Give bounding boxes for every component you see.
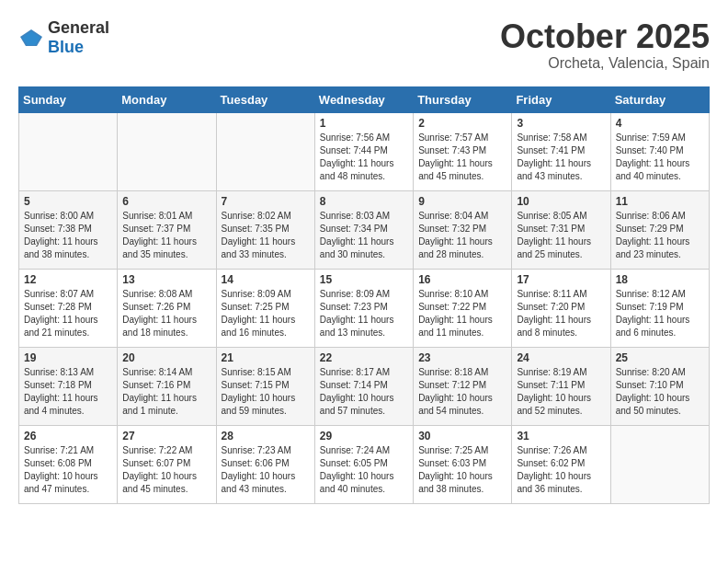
page-header: General Blue October 2025 Orcheta, Valen…: [18, 18, 710, 72]
day-info: Sunrise: 7:24 AM Sunset: 6:05 PM Dayligh…: [320, 444, 408, 496]
calendar-cell: 4Sunrise: 7:59 AM Sunset: 7:40 PM Daylig…: [610, 112, 709, 190]
day-number: 2: [418, 117, 506, 130]
day-info: Sunrise: 8:12 AM Sunset: 7:19 PM Dayligh…: [616, 288, 704, 339]
day-info: Sunrise: 8:01 AM Sunset: 7:37 PM Dayligh…: [122, 210, 210, 261]
day-info: Sunrise: 8:03 AM Sunset: 7:34 PM Dayligh…: [320, 210, 408, 261]
logo-general: General: [48, 18, 109, 37]
calendar-table: SundayMondayTuesdayWednesdayThursdayFrid…: [18, 86, 710, 504]
day-number: 12: [24, 273, 112, 286]
days-of-week-row: SundayMondayTuesdayWednesdayThursdayFrid…: [19, 86, 710, 112]
calendar-week-2: 5Sunrise: 8:00 AM Sunset: 7:38 PM Daylig…: [19, 190, 710, 269]
calendar-cell: 8Sunrise: 8:03 AM Sunset: 7:34 PM Daylig…: [314, 190, 413, 269]
day-info: Sunrise: 8:07 AM Sunset: 7:28 PM Dayligh…: [24, 288, 112, 339]
location: Orcheta, Valencia, Spain: [500, 55, 710, 72]
calendar-cell: 28Sunrise: 7:23 AM Sunset: 6:06 PM Dayli…: [216, 425, 314, 503]
day-info: Sunrise: 8:09 AM Sunset: 7:23 PM Dayligh…: [320, 288, 408, 339]
calendar-cell: 7Sunrise: 8:02 AM Sunset: 7:35 PM Daylig…: [216, 190, 314, 269]
day-info: Sunrise: 8:04 AM Sunset: 7:32 PM Dayligh…: [418, 210, 506, 261]
day-number: 22: [320, 351, 408, 364]
day-number: 10: [517, 195, 605, 208]
calendar-header: SundayMondayTuesdayWednesdayThursdayFrid…: [19, 86, 710, 112]
calendar-cell: 29Sunrise: 7:24 AM Sunset: 6:05 PM Dayli…: [314, 425, 413, 503]
calendar-cell: 19Sunrise: 8:13 AM Sunset: 7:18 PM Dayli…: [19, 347, 118, 425]
calendar-cell: 10Sunrise: 8:05 AM Sunset: 7:31 PM Dayli…: [512, 190, 610, 269]
calendar-cell: 9Sunrise: 8:04 AM Sunset: 7:32 PM Daylig…: [414, 190, 512, 269]
calendar-cell: 21Sunrise: 8:15 AM Sunset: 7:15 PM Dayli…: [216, 347, 314, 425]
day-info: Sunrise: 7:56 AM Sunset: 7:44 PM Dayligh…: [320, 132, 408, 183]
calendar-cell: 30Sunrise: 7:25 AM Sunset: 6:03 PM Dayli…: [414, 425, 512, 503]
calendar-cell: 1Sunrise: 7:56 AM Sunset: 7:44 PM Daylig…: [314, 112, 413, 190]
calendar-cell: 11Sunrise: 8:06 AM Sunset: 7:29 PM Dayli…: [610, 190, 709, 269]
calendar-week-5: 26Sunrise: 7:21 AM Sunset: 6:08 PM Dayli…: [19, 425, 710, 503]
day-info: Sunrise: 8:14 AM Sunset: 7:16 PM Dayligh…: [122, 366, 210, 418]
logo-text: General Blue: [48, 18, 109, 57]
day-of-week-sunday: Sunday: [19, 86, 118, 112]
day-number: 18: [616, 273, 704, 286]
calendar-cell: 20Sunrise: 8:14 AM Sunset: 7:16 PM Dayli…: [118, 347, 216, 425]
day-info: Sunrise: 8:09 AM Sunset: 7:25 PM Dayligh…: [222, 288, 310, 339]
day-info: Sunrise: 8:18 AM Sunset: 7:12 PM Dayligh…: [418, 366, 506, 418]
day-number: 20: [122, 351, 210, 364]
day-number: 6: [122, 195, 210, 208]
day-info: Sunrise: 8:19 AM Sunset: 7:11 PM Dayligh…: [517, 366, 605, 418]
calendar-cell: 18Sunrise: 8:12 AM Sunset: 7:19 PM Dayli…: [610, 269, 709, 347]
logo: General Blue: [18, 18, 109, 57]
day-number: 26: [24, 430, 112, 442]
day-info: Sunrise: 8:00 AM Sunset: 7:38 PM Dayligh…: [24, 210, 112, 261]
day-info: Sunrise: 8:02 AM Sunset: 7:35 PM Dayligh…: [222, 210, 310, 261]
calendar-cell: 25Sunrise: 8:20 AM Sunset: 7:10 PM Dayli…: [610, 347, 709, 425]
day-info: Sunrise: 8:20 AM Sunset: 7:10 PM Dayligh…: [616, 366, 704, 418]
day-of-week-monday: Monday: [118, 86, 216, 112]
day-info: Sunrise: 8:06 AM Sunset: 7:29 PM Dayligh…: [616, 210, 704, 261]
day-number: 8: [320, 195, 408, 208]
day-info: Sunrise: 7:22 AM Sunset: 6:07 PM Dayligh…: [122, 444, 210, 496]
day-number: 21: [222, 351, 310, 364]
day-number: 28: [222, 430, 310, 442]
day-info: Sunrise: 7:57 AM Sunset: 7:43 PM Dayligh…: [418, 132, 506, 183]
day-info: Sunrise: 7:58 AM Sunset: 7:41 PM Dayligh…: [517, 132, 605, 183]
day-info: Sunrise: 7:25 AM Sunset: 6:03 PM Dayligh…: [418, 444, 506, 496]
calendar-cell: 3Sunrise: 7:58 AM Sunset: 7:41 PM Daylig…: [512, 112, 610, 190]
day-info: Sunrise: 8:11 AM Sunset: 7:20 PM Dayligh…: [517, 288, 605, 339]
day-number: 23: [418, 351, 506, 364]
logo-icon: [18, 28, 44, 48]
calendar-cell: 24Sunrise: 8:19 AM Sunset: 7:11 PM Dayli…: [512, 347, 610, 425]
calendar-cell: 2Sunrise: 7:57 AM Sunset: 7:43 PM Daylig…: [414, 112, 512, 190]
calendar-cell: 31Sunrise: 7:26 AM Sunset: 6:02 PM Dayli…: [512, 425, 610, 503]
day-number: 30: [418, 430, 506, 442]
title-block: October 2025 Orcheta, Valencia, Spain: [500, 18, 710, 72]
day-info: Sunrise: 8:05 AM Sunset: 7:31 PM Dayligh…: [517, 210, 605, 261]
day-number: 3: [517, 117, 605, 130]
day-number: 4: [616, 117, 704, 130]
day-info: Sunrise: 7:26 AM Sunset: 6:02 PM Dayligh…: [517, 444, 605, 496]
calendar-cell: 17Sunrise: 8:11 AM Sunset: 7:20 PM Dayli…: [512, 269, 610, 347]
day-number: 11: [616, 195, 704, 208]
calendar-cell: 16Sunrise: 8:10 AM Sunset: 7:22 PM Dayli…: [414, 269, 512, 347]
calendar-cell: 5Sunrise: 8:00 AM Sunset: 7:38 PM Daylig…: [19, 190, 118, 269]
day-number: 24: [517, 351, 605, 364]
day-of-week-thursday: Thursday: [414, 86, 512, 112]
day-of-week-wednesday: Wednesday: [314, 86, 413, 112]
calendar-body: 1Sunrise: 7:56 AM Sunset: 7:44 PM Daylig…: [19, 112, 710, 503]
day-info: Sunrise: 8:08 AM Sunset: 7:26 PM Dayligh…: [122, 288, 210, 339]
day-number: 31: [517, 430, 605, 442]
calendar-cell: [216, 112, 314, 190]
day-number: 29: [320, 430, 408, 442]
day-number: 7: [222, 195, 310, 208]
day-info: Sunrise: 8:17 AM Sunset: 7:14 PM Dayligh…: [320, 366, 408, 418]
day-number: 14: [222, 273, 310, 286]
day-info: Sunrise: 7:59 AM Sunset: 7:40 PM Dayligh…: [616, 132, 704, 183]
calendar-cell: 6Sunrise: 8:01 AM Sunset: 7:37 PM Daylig…: [118, 190, 216, 269]
calendar-cell: 23Sunrise: 8:18 AM Sunset: 7:12 PM Dayli…: [414, 347, 512, 425]
calendar-cell: 14Sunrise: 8:09 AM Sunset: 7:25 PM Dayli…: [216, 269, 314, 347]
day-of-week-saturday: Saturday: [610, 86, 709, 112]
day-info: Sunrise: 8:13 AM Sunset: 7:18 PM Dayligh…: [24, 366, 112, 418]
day-number: 16: [418, 273, 506, 286]
logo-blue: Blue: [48, 38, 84, 56]
calendar-cell: [19, 112, 118, 190]
calendar-week-4: 19Sunrise: 8:13 AM Sunset: 7:18 PM Dayli…: [19, 347, 710, 425]
day-of-week-friday: Friday: [512, 86, 610, 112]
day-number: 5: [24, 195, 112, 208]
day-number: 25: [616, 351, 704, 364]
calendar-cell: 26Sunrise: 7:21 AM Sunset: 6:08 PM Dayli…: [19, 425, 118, 503]
